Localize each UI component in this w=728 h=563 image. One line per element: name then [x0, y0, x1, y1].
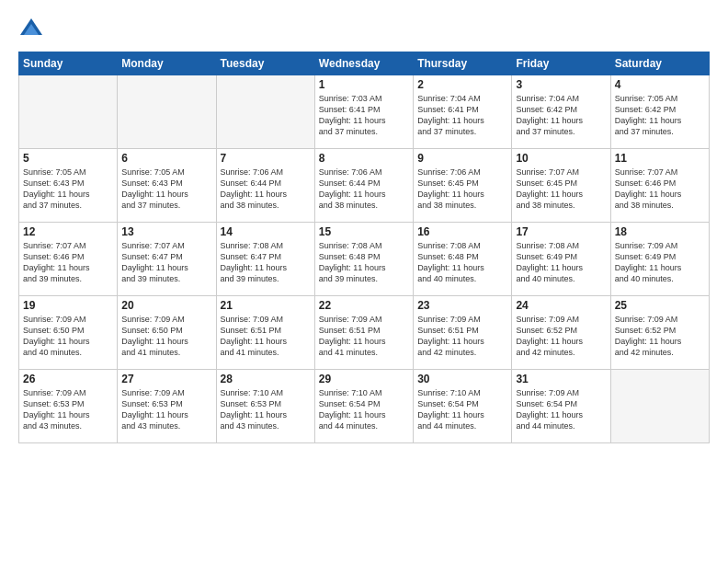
day-number: 16: [417, 225, 507, 238]
day-number: 30: [417, 373, 507, 385]
calendar-cell: 3Sunrise: 7:04 AMSunset: 6:42 PMDaylight…: [512, 75, 610, 149]
day-info: Sunrise: 7:09 AMSunset: 6:52 PMDaylight:…: [516, 314, 606, 359]
day-info: Sunrise: 7:04 AMSunset: 6:41 PMDaylight:…: [417, 93, 507, 138]
day-info: Sunrise: 7:08 AMSunset: 6:49 PMDaylight:…: [516, 240, 606, 285]
weekday-header-monday: Monday: [118, 52, 216, 75]
week-row-1: 1Sunrise: 7:03 AMSunset: 6:41 PMDaylight…: [19, 75, 710, 149]
calendar-cell: 11Sunrise: 7:07 AMSunset: 6:46 PMDayligh…: [610, 149, 709, 223]
day-number: 25: [615, 299, 705, 312]
day-number: 22: [319, 299, 409, 312]
weekday-header-wednesday: Wednesday: [314, 52, 413, 75]
day-number: 6: [121, 152, 211, 165]
day-info: Sunrise: 7:09 AMSunset: 6:54 PMDaylight:…: [516, 387, 606, 432]
weekday-header-friday: Friday: [512, 52, 610, 75]
calendar-cell: 7Sunrise: 7:06 AMSunset: 6:44 PMDaylight…: [216, 149, 314, 223]
calendar-cell: 19Sunrise: 7:09 AMSunset: 6:50 PMDayligh…: [19, 296, 118, 370]
day-number: 13: [121, 225, 211, 238]
day-info: Sunrise: 7:06 AMSunset: 6:44 PMDaylight:…: [319, 167, 409, 212]
day-info: Sunrise: 7:09 AMSunset: 6:50 PMDaylight:…: [121, 314, 211, 359]
calendar-page: SundayMondayTuesdayWednesdayThursdayFrid…: [0, 0, 728, 563]
calendar-cell: 4Sunrise: 7:05 AMSunset: 6:42 PMDaylight…: [610, 75, 709, 149]
calendar-cell: 5Sunrise: 7:05 AMSunset: 6:43 PMDaylight…: [19, 149, 118, 223]
day-number: 19: [23, 299, 113, 312]
calendar-cell: 14Sunrise: 7:08 AMSunset: 6:47 PMDayligh…: [216, 223, 314, 296]
calendar-cell: 15Sunrise: 7:08 AMSunset: 6:48 PMDayligh…: [314, 223, 413, 296]
day-number: 27: [121, 373, 211, 385]
calendar-cell: [19, 75, 118, 149]
calendar-cell: 12Sunrise: 7:07 AMSunset: 6:46 PMDayligh…: [19, 223, 118, 296]
calendar-cell: 18Sunrise: 7:09 AMSunset: 6:49 PMDayligh…: [610, 223, 709, 296]
day-info: Sunrise: 7:07 AMSunset: 6:46 PMDaylight:…: [23, 240, 113, 285]
day-info: Sunrise: 7:09 AMSunset: 6:49 PMDaylight:…: [615, 240, 705, 285]
day-info: Sunrise: 7:08 AMSunset: 6:48 PMDaylight:…: [417, 240, 507, 285]
day-info: Sunrise: 7:08 AMSunset: 6:48 PMDaylight:…: [319, 240, 409, 285]
weekday-header-tuesday: Tuesday: [216, 52, 314, 75]
day-number: 15: [319, 225, 409, 238]
calendar-cell: [610, 370, 709, 443]
day-number: 31: [516, 373, 606, 385]
calendar-cell: 9Sunrise: 7:06 AMSunset: 6:45 PMDaylight…: [414, 149, 512, 223]
calendar-cell: 22Sunrise: 7:09 AMSunset: 6:51 PMDayligh…: [314, 296, 413, 370]
calendar-cell: 25Sunrise: 7:09 AMSunset: 6:52 PMDayligh…: [610, 296, 709, 370]
day-info: Sunrise: 7:07 AMSunset: 6:45 PMDaylight:…: [516, 167, 606, 212]
day-number: 24: [516, 299, 606, 312]
day-info: Sunrise: 7:09 AMSunset: 6:51 PMDaylight:…: [417, 314, 507, 359]
day-number: 10: [516, 152, 606, 165]
calendar-cell: 17Sunrise: 7:08 AMSunset: 6:49 PMDayligh…: [512, 223, 610, 296]
day-number: 1: [319, 78, 409, 91]
logo-icon: [18, 17, 44, 42]
day-info: Sunrise: 7:09 AMSunset: 6:50 PMDaylight:…: [23, 314, 113, 359]
day-info: Sunrise: 7:10 AMSunset: 6:54 PMDaylight:…: [417, 387, 507, 432]
day-number: 28: [221, 373, 311, 385]
day-info: Sunrise: 7:06 AMSunset: 6:45 PMDaylight:…: [417, 167, 507, 212]
day-info: Sunrise: 7:08 AMSunset: 6:47 PMDaylight:…: [221, 240, 311, 285]
calendar-cell: 2Sunrise: 7:04 AMSunset: 6:41 PMDaylight…: [414, 75, 512, 149]
day-info: Sunrise: 7:06 AMSunset: 6:44 PMDaylight:…: [221, 167, 311, 212]
day-number: 26: [23, 373, 113, 385]
calendar-cell: 23Sunrise: 7:09 AMSunset: 6:51 PMDayligh…: [414, 296, 512, 370]
calendar-cell: 24Sunrise: 7:09 AMSunset: 6:52 PMDayligh…: [512, 296, 610, 370]
day-info: Sunrise: 7:07 AMSunset: 6:47 PMDaylight:…: [121, 240, 211, 285]
day-info: Sunrise: 7:05 AMSunset: 6:43 PMDaylight:…: [23, 167, 113, 212]
day-number: 9: [417, 152, 507, 165]
calendar-cell: 26Sunrise: 7:09 AMSunset: 6:53 PMDayligh…: [19, 370, 118, 443]
calendar-cell: 8Sunrise: 7:06 AMSunset: 6:44 PMDaylight…: [314, 149, 413, 223]
day-number: 29: [319, 373, 409, 385]
weekday-header-row: SundayMondayTuesdayWednesdayThursdayFrid…: [19, 52, 710, 75]
day-number: 14: [221, 225, 311, 238]
day-number: 7: [221, 152, 311, 165]
weekday-header-saturday: Saturday: [610, 52, 709, 75]
week-row-5: 26Sunrise: 7:09 AMSunset: 6:53 PMDayligh…: [19, 370, 710, 443]
day-number: 21: [221, 299, 311, 312]
logo: [18, 17, 48, 42]
day-info: Sunrise: 7:05 AMSunset: 6:43 PMDaylight:…: [121, 167, 211, 212]
calendar-cell: 29Sunrise: 7:10 AMSunset: 6:54 PMDayligh…: [314, 370, 413, 443]
day-number: 5: [23, 152, 113, 165]
calendar-cell: 31Sunrise: 7:09 AMSunset: 6:54 PMDayligh…: [512, 370, 610, 443]
week-row-3: 12Sunrise: 7:07 AMSunset: 6:46 PMDayligh…: [19, 223, 710, 296]
day-number: 23: [417, 299, 507, 312]
week-row-4: 19Sunrise: 7:09 AMSunset: 6:50 PMDayligh…: [19, 296, 710, 370]
calendar-cell: 20Sunrise: 7:09 AMSunset: 6:50 PMDayligh…: [118, 296, 216, 370]
calendar-cell: [216, 75, 314, 149]
day-info: Sunrise: 7:10 AMSunset: 6:54 PMDaylight:…: [319, 387, 409, 432]
weekday-header-sunday: Sunday: [19, 52, 118, 75]
calendar-cell: 21Sunrise: 7:09 AMSunset: 6:51 PMDayligh…: [216, 296, 314, 370]
day-info: Sunrise: 7:07 AMSunset: 6:46 PMDaylight:…: [615, 167, 705, 212]
day-number: 17: [516, 225, 606, 238]
day-number: 3: [516, 78, 606, 91]
day-info: Sunrise: 7:09 AMSunset: 6:51 PMDaylight:…: [319, 314, 409, 359]
day-number: 8: [319, 152, 409, 165]
day-info: Sunrise: 7:09 AMSunset: 6:53 PMDaylight:…: [23, 387, 113, 432]
weekday-header-thursday: Thursday: [414, 52, 512, 75]
day-info: Sunrise: 7:03 AMSunset: 6:41 PMDaylight:…: [319, 93, 409, 138]
day-number: 18: [615, 225, 705, 238]
day-info: Sunrise: 7:09 AMSunset: 6:51 PMDaylight:…: [221, 314, 311, 359]
week-row-2: 5Sunrise: 7:05 AMSunset: 6:43 PMDaylight…: [19, 149, 710, 223]
day-info: Sunrise: 7:10 AMSunset: 6:53 PMDaylight:…: [221, 387, 311, 432]
calendar-cell: 30Sunrise: 7:10 AMSunset: 6:54 PMDayligh…: [414, 370, 512, 443]
page-header: [18, 17, 710, 42]
calendar-cell: 6Sunrise: 7:05 AMSunset: 6:43 PMDaylight…: [118, 149, 216, 223]
calendar-cell: 16Sunrise: 7:08 AMSunset: 6:48 PMDayligh…: [414, 223, 512, 296]
day-info: Sunrise: 7:04 AMSunset: 6:42 PMDaylight:…: [516, 93, 606, 138]
